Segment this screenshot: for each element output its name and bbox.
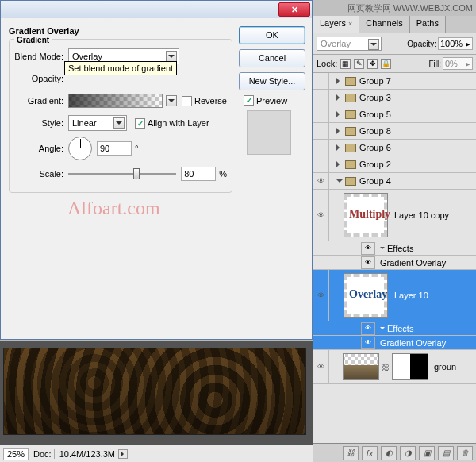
tab-paths[interactable]: Paths [410, 16, 446, 33]
group-row[interactable]: Group 5 [313, 106, 476, 123]
panel-tabs: Layers× Channels Paths [313, 16, 476, 33]
blend-mode-label: Blend Mode: [14, 52, 68, 61]
effect-visibility-icon[interactable] [361, 256, 375, 269]
visibility-toggle[interactable] [313, 190, 329, 241]
style-select[interactable]: Linear [68, 115, 127, 131]
angle-input[interactable]: 90 [97, 141, 132, 156]
panel-opacity-input[interactable]: 100%▸ [438, 37, 473, 50]
ok-button[interactable]: OK [239, 26, 305, 44]
reverse-label: Reverse [194, 96, 227, 106]
panel-lock-row: Lock: ▦ ✎ ✥ 🔒 Fill: 0%▸ [313, 55, 476, 73]
layer-name[interactable]: Layer 10 copy [391, 210, 449, 220]
visibility-toggle[interactable] [313, 270, 329, 321]
blend-mode-tooltip: Set blend mode of gradient [64, 61, 177, 75]
status-bar: 25% Doc: 10.4M/123.3M [0, 445, 313, 462]
canvas-image[interactable] [3, 348, 306, 435]
panel-header: 网页教学网 WWW.WEBJX.COM [313, 0, 476, 16]
angle-dial[interactable] [68, 137, 92, 160]
lock-pixels-icon[interactable]: ✎ [354, 59, 364, 69]
gradient-picker[interactable] [68, 94, 163, 108]
preview-checkbox[interactable] [244, 95, 254, 106]
opacity-label: Opacity: [14, 74, 68, 83]
panel-opacity-label: Opacity: [407, 40, 436, 48]
layer-blend-select[interactable]: Overlay [317, 37, 382, 51]
folder-icon [345, 94, 356, 102]
gradient-dropdown-icon[interactable] [166, 95, 177, 106]
link-icon: ⛓ [382, 363, 390, 372]
site-url: WWW.WEBJX.COM [393, 3, 473, 13]
tab-layers[interactable]: Layers× [313, 16, 359, 33]
lock-transparency-icon[interactable]: ▦ [340, 59, 351, 69]
fill-input[interactable]: 0%▸ [443, 57, 473, 70]
gradient-label: Gradient: [14, 96, 68, 106]
group-row[interactable]: Group 4 [313, 173, 476, 190]
angle-label: Angle: [14, 144, 68, 153]
document-window: 25% Doc: 10.4M/123.3M [0, 341, 313, 462]
scale-slider[interactable] [68, 168, 176, 179]
preview-label: Preview [256, 96, 287, 106]
new-group-button[interactable]: ▣ [419, 446, 435, 460]
layer-mask-button[interactable]: ◐ [381, 446, 397, 460]
scale-input[interactable]: 80 [181, 167, 216, 181]
layer-row[interactable]: Multiply Layer 10 copy [313, 190, 476, 241]
lock-position-icon[interactable]: ✥ [367, 59, 378, 69]
triangle-icon [380, 327, 385, 332]
layer-row-selected[interactable]: Overlay Layer 10 [313, 270, 476, 321]
doc-menu-arrow-icon[interactable] [118, 449, 128, 459]
cancel-button[interactable]: Cancel [239, 49, 305, 67]
delete-layer-button[interactable]: 🗑 [457, 446, 473, 460]
layer-name[interactable]: groun [431, 362, 456, 372]
chevron-down-icon [113, 117, 125, 129]
blend-mode-value: Overlay [72, 52, 102, 61]
folder-icon [345, 160, 356, 169]
visibility-toggle[interactable] [313, 173, 329, 189]
effect-visibility-icon[interactable] [361, 322, 375, 335]
effect-item[interactable]: Gradient Overlay [313, 256, 476, 270]
tab-channels[interactable]: Channels [359, 16, 409, 33]
chevron-down-icon [166, 51, 177, 62]
dialog-titlebar[interactable]: ✕ [1, 1, 312, 18]
mask-thumbnail[interactable] [392, 353, 428, 380]
folder-icon [345, 127, 356, 136]
layer-row[interactable]: ⛓ groun [313, 350, 476, 384]
triangle-icon [380, 247, 385, 252]
scale-unit: % [219, 169, 227, 179]
folder-icon [345, 77, 356, 86]
folder-icon [345, 144, 356, 152]
fieldset-legend: Gradient [14, 36, 52, 44]
close-button[interactable]: ✕ [278, 2, 310, 17]
doc-label: Doc: [33, 449, 52, 459]
group-row[interactable]: Group 2 [313, 156, 476, 173]
visibility-toggle[interactable] [313, 350, 329, 383]
zoom-input[interactable]: 25% [3, 448, 29, 460]
align-label: Align with Layer [148, 118, 209, 128]
layers-list: Group 7 Group 3 Group 5 Group 8 Group 6 … [313, 73, 476, 452]
layer-name[interactable]: Layer 10 [391, 291, 428, 300]
group-row[interactable]: Group 7 [313, 73, 476, 90]
section-title: Gradient Overlay [9, 26, 232, 36]
effect-item[interactable]: Gradient Overlay [313, 336, 476, 350]
layer-style-button[interactable]: fx [362, 446, 378, 460]
lock-all-icon[interactable]: 🔒 [381, 59, 391, 69]
effect-visibility-icon[interactable] [361, 242, 375, 255]
new-layer-button[interactable]: ▤ [438, 446, 454, 460]
panel-options-row: Overlay Opacity: 100%▸ [313, 33, 476, 55]
close-icon[interactable]: × [348, 20, 352, 28]
layer-thumbnail[interactable]: Overlay [344, 273, 388, 318]
align-checkbox[interactable] [135, 118, 145, 129]
group-row[interactable]: Group 8 [313, 123, 476, 140]
layer-thumbnail[interactable]: Multiply [344, 193, 388, 237]
style-label: Style: [14, 118, 68, 128]
site-cn: 网页教学网 [347, 2, 391, 14]
effects-row[interactable]: Effects [313, 241, 476, 256]
reverse-checkbox[interactable] [182, 96, 192, 106]
layer-thumbnail[interactable] [343, 353, 379, 380]
group-row[interactable]: Group 3 [313, 90, 476, 106]
group-row[interactable]: Group 6 [313, 140, 476, 156]
preview-swatch [247, 110, 291, 155]
link-layers-button[interactable]: ⛓ [343, 446, 359, 460]
new-style-button[interactable]: New Style... [239, 72, 305, 90]
effect-visibility-icon[interactable] [361, 337, 375, 349]
adjustment-layer-button[interactable]: ◑ [400, 446, 416, 460]
effects-row[interactable]: Effects [313, 321, 476, 336]
